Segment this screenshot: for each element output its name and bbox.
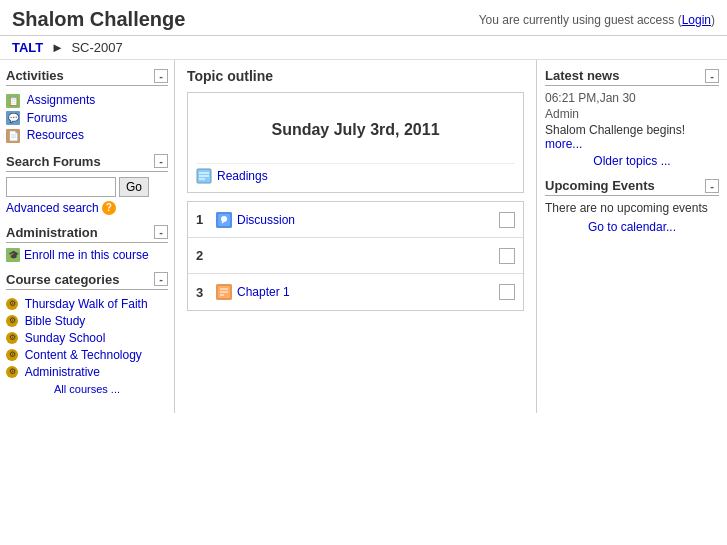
upcoming-events-header: Upcoming Events - <box>545 178 719 196</box>
latest-news-more-link[interactable]: more... <box>545 137 582 151</box>
cat-link-2[interactable]: Sunday School <box>25 331 106 345</box>
table-row: 1 Discussion <box>188 202 523 238</box>
cat-link-0[interactable]: Thursday Walk of Faith <box>25 297 148 311</box>
list-item: 📄 Resources <box>6 126 168 144</box>
guest-notice-end: ) <box>711 13 715 27</box>
search-forums-header: Search Forums - <box>6 154 168 172</box>
advanced-search-link[interactable]: Advanced search <box>6 201 99 215</box>
upcoming-events-block: Upcoming Events - There are no upcoming … <box>545 178 719 234</box>
topic-resource: Readings <box>196 163 515 184</box>
item-num-1: 1 <box>196 212 216 227</box>
list-item: ⚙ Thursday Walk of Faith <box>6 295 168 312</box>
course-categories-collapse-btn[interactable]: - <box>154 272 168 286</box>
items-list: 1 Discussion 2 3 <box>187 201 524 311</box>
guest-notice-text: You are currently using guest access ( <box>479 13 682 27</box>
search-input[interactable] <box>6 177 116 197</box>
no-upcoming-events-msg: There are no upcoming events <box>545 201 719 215</box>
course-categories-title: Course categories <box>6 272 119 287</box>
cat-icon-3: ⚙ <box>6 349 18 361</box>
discussion-icon <box>216 212 232 228</box>
readings-icon <box>196 168 212 184</box>
item-checkbox-1[interactable] <box>499 212 515 228</box>
enroll-link[interactable]: 🎓 Enroll me in this course <box>6 248 168 262</box>
content-area: Topic outline Sunday July 3rd, 2011 Read… <box>175 60 537 413</box>
breadcrumb-sep: ► <box>51 40 64 55</box>
table-row: 3 Chapter 1 <box>188 274 523 310</box>
latest-news-block: Latest news - 06:21 PM,Jan 30 Admin Shal… <box>545 68 719 168</box>
forums-link[interactable]: Forums <box>27 111 68 125</box>
course-categories-list: ⚙ Thursday Walk of Faith ⚙ Bible Study ⚙… <box>6 295 168 380</box>
item-checkbox-2[interactable] <box>499 248 515 264</box>
chapter-link[interactable]: Chapter 1 <box>237 285 290 299</box>
topic-date: Sunday July 3rd, 2011 <box>196 101 515 159</box>
resources-link[interactable]: Resources <box>27 128 84 142</box>
readings-link[interactable]: Readings <box>217 169 268 183</box>
breadcrumb-talt[interactable]: TALT <box>12 40 43 55</box>
list-item: 📋 Assignments <box>6 91 168 109</box>
administration-collapse-btn[interactable]: - <box>154 225 168 239</box>
administration-block: Administration - 🎓 Enroll me in this cou… <box>6 225 168 262</box>
cat-icon-4: ⚙ <box>6 366 18 378</box>
latest-news-older: Older topics ... <box>545 154 719 168</box>
activities-header: Activities - <box>6 68 168 86</box>
administration-header: Administration - <box>6 225 168 243</box>
resources-icon: 📄 <box>6 129 20 143</box>
item-content-1: Discussion <box>216 212 499 228</box>
search-go-button[interactable]: Go <box>119 177 149 197</box>
search-forums-collapse-btn[interactable]: - <box>154 154 168 168</box>
search-input-row: Go <box>6 177 168 197</box>
assignments-icon: 📋 <box>6 94 20 108</box>
latest-news-collapse-btn[interactable]: - <box>705 69 719 83</box>
latest-news-message: Shalom Challenge begins! more... <box>545 123 719 151</box>
advanced-search-row: Advanced search ? <box>6 201 168 215</box>
cat-link-4[interactable]: Administrative <box>25 365 100 379</box>
discussion-link[interactable]: Discussion <box>237 213 295 227</box>
item-checkbox-3[interactable] <box>499 284 515 300</box>
latest-news-time: 06:21 PM,Jan 30 <box>545 91 719 105</box>
site-title: Shalom Challenge <box>12 8 185 31</box>
list-item: 💬 Forums <box>6 109 168 127</box>
activities-title: Activities <box>6 68 64 83</box>
cat-link-1[interactable]: Bible Study <box>25 314 86 328</box>
main-layout: Activities - 📋 Assignments 💬 Forums 📄 Re… <box>0 60 727 413</box>
list-item: ⚙ Administrative <box>6 363 168 380</box>
activities-collapse-btn[interactable]: - <box>154 69 168 83</box>
chapter-icon <box>216 284 232 300</box>
item-content-3: Chapter 1 <box>216 284 499 300</box>
older-topics-link[interactable]: Older topics ... <box>593 154 670 168</box>
go-to-calendar-link[interactable]: Go to calendar... <box>588 220 676 234</box>
breadcrumb-course: SC-2007 <box>71 40 122 55</box>
enroll-label: Enroll me in this course <box>24 248 149 262</box>
forums-icon: 💬 <box>6 111 20 125</box>
all-courses-link[interactable]: All courses ... <box>6 383 168 395</box>
list-item: ⚙ Sunday School <box>6 329 168 346</box>
item-num-3: 3 <box>196 285 216 300</box>
latest-news-title: Latest news <box>545 68 619 83</box>
help-icon: ? <box>102 201 116 215</box>
login-link[interactable]: Login <box>682 13 711 27</box>
enroll-icon: 🎓 <box>6 248 20 262</box>
activities-list: 📋 Assignments 💬 Forums 📄 Resources <box>6 91 168 144</box>
course-categories-block: Course categories - ⚙ Thursday Walk of F… <box>6 272 168 395</box>
course-categories-header: Course categories - <box>6 272 168 290</box>
latest-news-msg-text: Shalom Challenge begins! <box>545 123 685 137</box>
search-forums-title: Search Forums <box>6 154 101 169</box>
search-forums-block: Search Forums - Go Advanced search ? <box>6 154 168 215</box>
breadcrumb: TALT ► SC-2007 <box>0 36 727 60</box>
right-sidebar: Latest news - 06:21 PM,Jan 30 Admin Shal… <box>537 60 727 413</box>
item-num-2: 2 <box>196 248 216 263</box>
list-item: ⚙ Bible Study <box>6 312 168 329</box>
go-to-calendar: Go to calendar... <box>545 220 719 234</box>
upcoming-events-title: Upcoming Events <box>545 178 655 193</box>
cat-icon-1: ⚙ <box>6 315 18 327</box>
assignments-link[interactable]: Assignments <box>27 93 96 107</box>
cat-link-3[interactable]: Content & Technology <box>25 348 142 362</box>
upcoming-events-collapse-btn[interactable]: - <box>705 179 719 193</box>
cat-icon-2: ⚙ <box>6 332 18 344</box>
topic-outline-title: Topic outline <box>187 68 524 84</box>
guest-notice: You are currently using guest access (Lo… <box>479 13 715 27</box>
latest-news-author: Admin <box>545 107 719 121</box>
administration-title: Administration <box>6 225 98 240</box>
topic-box: Sunday July 3rd, 2011 Readings <box>187 92 524 193</box>
list-item: ⚙ Content & Technology <box>6 346 168 363</box>
